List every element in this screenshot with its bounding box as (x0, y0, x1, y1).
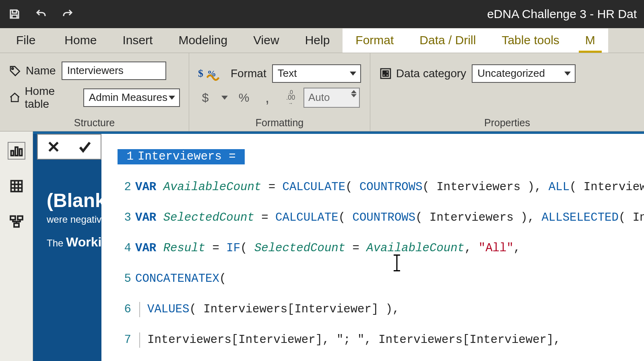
svg-rect-3 (386, 71, 388, 73)
ribbon-group-structure: Name Interviewers Home table Admin Measu… (0, 53, 189, 131)
data-category-label: Data category (379, 67, 466, 80)
tab-view[interactable]: View (240, 29, 292, 53)
tab-insert[interactable]: Insert (109, 29, 165, 53)
commit-formula-button[interactable] (75, 137, 95, 157)
cancel-formula-button[interactable] (43, 137, 64, 157)
formula-commit-buttons (37, 134, 101, 160)
formula-bar[interactable]: 1Interviewers = 2VAR AvailableCount = CA… (101, 134, 644, 361)
ribbon: Name Interviewers Home table Admin Measu… (0, 53, 644, 131)
data-view-button[interactable] (8, 177, 25, 195)
data-category-dropdown[interactable]: Uncategorized (472, 64, 576, 83)
svg-rect-9 (11, 181, 22, 192)
data-category-value: Uncategorized (477, 67, 545, 80)
svg-rect-12 (14, 224, 19, 227)
redo-button[interactable] (60, 7, 75, 21)
view-switcher (0, 131, 33, 361)
tab-format[interactable]: Format (343, 29, 407, 53)
chevron-down-icon (221, 96, 228, 100)
format-dropdown[interactable]: Text (272, 64, 361, 83)
svg-rect-8 (19, 149, 22, 156)
chevron-down-icon (169, 96, 175, 100)
formula-line-1: Interviewers = (138, 150, 241, 163)
formula-line-7: Interviewers[Interviewer], "; ", Intervi… (147, 333, 561, 347)
tab-home[interactable]: Home (52, 29, 109, 53)
measure-name-input[interactable]: Interviewers (62, 62, 166, 80)
home-table-dropdown[interactable]: Admin Measures (83, 88, 180, 107)
percent-button[interactable]: % (237, 90, 251, 105)
tab-modeling[interactable]: Modeling (165, 29, 240, 53)
spin-down-icon[interactable] (351, 94, 357, 97)
measure-name-value: Interviewers (67, 64, 124, 77)
undo-button[interactable] (34, 7, 48, 21)
svg-rect-2 (383, 71, 385, 73)
decimals-spinner[interactable]: Auto (303, 88, 360, 108)
currency-button[interactable]: $ (198, 90, 213, 105)
model-view-button[interactable] (8, 213, 25, 230)
save-button[interactable] (7, 7, 22, 21)
ribbon-tabs: File Home Insert Modeling View Help Form… (0, 28, 644, 53)
svg-rect-7 (15, 147, 18, 156)
spin-up-icon[interactable] (351, 90, 357, 93)
tab-measure-tools[interactable]: M (572, 29, 608, 53)
home-table-label-text: Home table (25, 85, 77, 111)
number-format-buttons: $ % , .0.00→ (198, 90, 298, 105)
group-label-formatting: Formatting (198, 115, 361, 129)
text-cursor-icon (391, 254, 402, 271)
report-canvas-wrap: (Blank) were negativ The Worki 1Intervie… (33, 131, 644, 361)
ribbon-group-properties: Data category Uncategorized Properties (370, 53, 644, 131)
svg-rect-6 (11, 151, 13, 156)
work-area: (Blank) were negativ The Worki 1Intervie… (0, 131, 644, 361)
group-label-structure: Structure (9, 115, 180, 129)
chevron-down-icon (564, 72, 571, 76)
name-label: Name (9, 64, 56, 77)
svg-point-0 (12, 68, 13, 69)
decimals-value: Auto (308, 91, 330, 104)
tab-file[interactable]: File (0, 29, 52, 53)
svg-rect-5 (386, 74, 388, 76)
quick-access-toolbar (7, 7, 75, 21)
name-label-text: Name (26, 64, 56, 77)
window-title: eDNA Challenge 3 - HR Dat (487, 7, 637, 21)
data-category-label-text: Data category (396, 67, 466, 80)
format-label: $% Format (198, 66, 266, 81)
ribbon-group-formatting: $% Format Text $ % , (189, 53, 370, 131)
format-label-text: Format (231, 67, 266, 80)
thousands-separator-button[interactable]: , (260, 90, 275, 105)
tab-help[interactable]: Help (292, 29, 343, 53)
chevron-down-icon (350, 72, 356, 76)
tab-table-tools[interactable]: Table tools (489, 29, 572, 53)
home-table-label: Home table (9, 85, 78, 111)
group-label-properties: Properties (379, 115, 635, 129)
svg-rect-4 (383, 74, 385, 76)
tab-data-drill[interactable]: Data / Drill (407, 29, 489, 53)
titlebar: eDNA Challenge 3 - HR Dat (0, 0, 644, 28)
format-value: Text (278, 67, 297, 80)
home-table-value: Admin Measures (89, 91, 167, 104)
report-view-button[interactable] (8, 142, 25, 160)
svg-rect-10 (10, 216, 15, 220)
svg-rect-11 (18, 216, 23, 220)
decimal-places-button[interactable]: .0.00→ (283, 90, 298, 105)
